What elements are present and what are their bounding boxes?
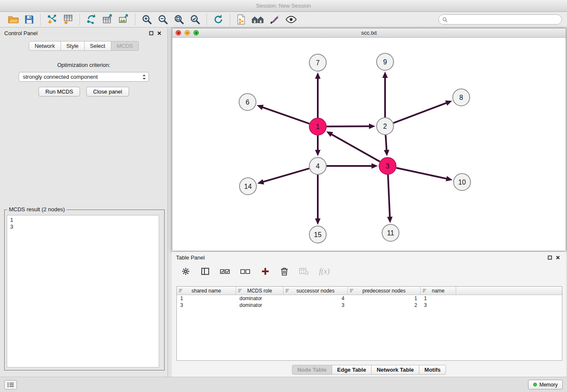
show-columns-button[interactable] (200, 266, 211, 277)
column-header-name[interactable]: name (421, 287, 456, 295)
graph-edge[interactable] (394, 103, 447, 123)
delete-row-button[interactable] (279, 266, 289, 277)
close-panel-button[interactable]: Close panel (86, 87, 129, 97)
table-cell[interactable]: 1 (177, 295, 236, 301)
graph-node[interactable]: 3 (379, 157, 396, 174)
zoom-fit-button[interactable] (171, 13, 187, 26)
svg-text:14: 14 (244, 183, 252, 190)
network-window: scc.txt 7968124314101511 (172, 28, 566, 251)
network-canvas[interactable]: 7968124314101511 (172, 38, 566, 251)
window-zoom-button[interactable] (193, 30, 199, 36)
memory-button[interactable]: Memory (528, 380, 563, 389)
tab-network[interactable]: Network (29, 41, 61, 51)
import-table-button[interactable] (60, 13, 76, 26)
column-header-successor-nodes[interactable]: successor nodes (284, 287, 348, 295)
graph-node[interactable]: 2 (377, 118, 394, 135)
tab-motifs[interactable]: Motifs (419, 365, 446, 375)
show-panels-button[interactable] (4, 380, 17, 389)
graph-node[interactable]: 8 (453, 89, 470, 106)
table-settings-button[interactable] (180, 266, 191, 277)
graph-edge[interactable] (263, 168, 309, 182)
edge-arrow-icon (372, 163, 378, 169)
delete-table-button[interactable] (298, 266, 310, 276)
graph-edge[interactable] (396, 168, 447, 179)
run-mcds-button[interactable]: Run MCDS (39, 87, 80, 97)
tab-style[interactable]: Style (61, 41, 85, 51)
zoom-selected-button[interactable] (187, 13, 203, 26)
table-cell[interactable]: 2 (348, 302, 421, 308)
refresh-layout-button[interactable] (210, 13, 226, 26)
open-session-button[interactable] (5, 14, 22, 25)
graph-node[interactable]: 11 (382, 224, 399, 241)
table-panel: Table Panel (172, 252, 566, 377)
save-session-button[interactable] (22, 14, 37, 25)
graph-edge[interactable] (327, 126, 370, 127)
add-row-button[interactable] (260, 266, 271, 277)
graph-node[interactable]: 6 (239, 94, 256, 110)
tab-node-table[interactable]: Node Table (292, 365, 332, 375)
style-brush-button[interactable] (267, 13, 283, 26)
export-network-button[interactable] (83, 13, 99, 26)
window-titlebar[interactable]: Session: New Session (0, 0, 567, 12)
tab-mcds[interactable]: MCDS (111, 41, 139, 51)
select-all-button[interactable] (219, 267, 231, 276)
table-cell[interactable]: dominator (236, 295, 284, 301)
mcds-result-list[interactable]: 1 3 (7, 215, 159, 367)
zoom-in-button[interactable] (139, 13, 155, 26)
graph-edge[interactable] (262, 107, 309, 124)
table-cell[interactable]: 4 (284, 295, 348, 301)
tab-network-table[interactable]: Network Table (371, 365, 419, 375)
graph-edge[interactable] (331, 134, 380, 162)
deselect-all-button[interactable] (239, 267, 251, 276)
column-header-shared-name[interactable]: shared name (177, 287, 236, 295)
table-row[interactable]: 3dominator323 (177, 302, 562, 309)
table-row[interactable]: 1dominator411 (177, 295, 562, 302)
graph-node[interactable]: 9 (377, 53, 394, 70)
table-header-row: shared nameMCDS rolesuccessor nodesprede… (177, 287, 562, 295)
export-image-button[interactable] (116, 13, 132, 26)
table-cell[interactable]: 1 (348, 295, 421, 301)
export-table-button[interactable] (99, 13, 116, 26)
main-toolbar (0, 12, 567, 28)
result-line: 1 (10, 217, 156, 224)
criterion-dropdown[interactable]: strongly connected component (19, 72, 149, 82)
first-neighbors-icon (251, 14, 264, 25)
svg-text:6: 6 (246, 99, 250, 106)
zoom-out-button[interactable] (155, 13, 171, 26)
table-cell[interactable]: dominator (236, 302, 284, 308)
graph-node[interactable]: 14 (239, 178, 256, 195)
import-network-button[interactable] (44, 13, 60, 26)
table-panel-float-button[interactable] (546, 254, 554, 261)
network-window-titlebar[interactable]: scc.txt (172, 28, 566, 38)
window-minimize-button[interactable] (184, 30, 190, 36)
graph-edge[interactable] (385, 135, 386, 151)
table-cell[interactable]: 3 (177, 302, 236, 308)
edge-arrow-icon (446, 176, 452, 182)
graph-node[interactable]: 7 (309, 54, 326, 71)
graph-node[interactable]: 15 (309, 226, 326, 243)
table-cell[interactable]: 3 (421, 302, 456, 308)
mcds-result-groupbox: MCDS result (2 nodes) 1 3 (4, 210, 165, 370)
column-header-predecessor-nodes[interactable]: predecessor nodes (348, 287, 421, 295)
control-panel-float-button[interactable] (147, 30, 155, 36)
optimization-criterion-label: Optimization criterion: (0, 62, 168, 68)
table-cell[interactable]: 1 (421, 295, 456, 301)
table-cell[interactable]: 3 (284, 302, 348, 308)
graph-node[interactable]: 10 (454, 174, 471, 190)
control-panel-close-button[interactable] (155, 30, 163, 36)
graph-edge[interactable] (388, 175, 390, 218)
graph-node[interactable]: 4 (309, 157, 326, 174)
window-close-button[interactable] (176, 30, 181, 36)
tab-select[interactable]: Select (84, 41, 111, 51)
show-hide-button[interactable] (283, 14, 300, 25)
column-header-MCDS-role[interactable]: MCDS role (236, 287, 284, 295)
search-input[interactable] (450, 17, 558, 23)
graph-node[interactable]: 1 (309, 118, 326, 135)
tab-edge-table[interactable]: Edge Table (332, 365, 372, 375)
new-network-from-selection-button[interactable] (234, 13, 249, 26)
first-neighbors-button[interactable] (249, 14, 267, 25)
table-panel-close-button[interactable] (554, 254, 562, 261)
memory-status-icon (533, 383, 537, 386)
function-builder-button[interactable]: f(x) (318, 266, 330, 277)
gear-icon (181, 267, 190, 276)
